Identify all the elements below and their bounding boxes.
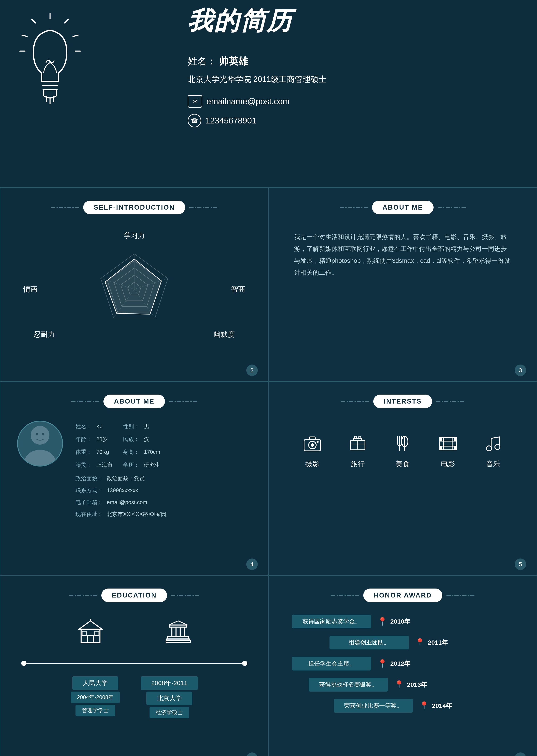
politics-row: 政治面貌： 政治面貌：党员: [75, 473, 166, 484]
svg-line-1: [65, 19, 68, 23]
section-header-edu: EDUCATION: [17, 589, 252, 602]
bulb-illustration: [17, 13, 83, 113]
info-table: 姓名： KJ 性别： 男 年龄： 28岁 民族： 汉: [75, 421, 166, 520]
slide-about-me-text: ABOUT ME 我是一个对生活和设计充满无限热情的人。喜欢书籍、电影、音乐、摄…: [268, 188, 537, 382]
slides-row-1: SELF-INTRODUCTION 学习力 智商 幽默度 忍耐力 情商: [0, 188, 537, 382]
svg-line-4: [22, 35, 27, 36]
section-title-badge-personal: ABOUT ME: [103, 395, 165, 408]
edu1-degree: 管理学学士: [75, 705, 115, 716]
pin-icon-5: 📍: [419, 701, 429, 710]
school2-icon: [166, 619, 190, 648]
award-row-5: 荣获创业比赛一等奖。 📍 2014年: [292, 699, 514, 713]
edu2-year: 2008年-2011: [141, 676, 198, 690]
svg-point-26: [36, 433, 38, 436]
hometown-row: 籍贯： 上海市: [75, 459, 119, 471]
phone-icon: ☎: [188, 114, 201, 127]
svg-rect-53: [87, 636, 94, 643]
edu2-name: 北京大学: [146, 692, 192, 705]
edu2-degree: 经济学硕士: [149, 707, 189, 718]
phone-field: ☎ 12345678901: [188, 114, 516, 127]
contact-row: 联系方式： 13998xxxxxx: [75, 484, 166, 496]
award-row-1: 获得国家励志奖学金。 📍 2010年: [292, 614, 514, 628]
edu1-name: 人民大学: [72, 676, 118, 690]
award-year-5: 📍 2014年: [419, 701, 452, 710]
award-year-1: 📍 2010年: [378, 617, 411, 626]
award-row-3: 担任学生会主席。 📍 2012年: [292, 657, 514, 670]
page-num-3: 3: [515, 364, 526, 376]
interests-container: 摄影 旅行: [286, 421, 520, 481]
svg-line-2: [73, 35, 78, 36]
photography-icon: [301, 433, 324, 454]
page-num-7: 7: [515, 752, 526, 756]
education-timeline: 人民大学 2004年-2008年 管理学学士 2008年-2011 北京大学 经…: [17, 614, 252, 722]
food-icon: [391, 433, 414, 454]
radar-chart: 学习力 智商 幽默度 忍耐力 情商: [17, 227, 252, 352]
personal-info-container: 姓名： KJ 性别： 男 年龄： 28岁 民族： 汉: [17, 421, 252, 520]
award-text-1: 获得国家励志奖学金。: [292, 614, 371, 628]
svg-rect-46: [454, 437, 456, 441]
page-num-2: 2: [246, 364, 258, 376]
pin-icon-2: 📍: [415, 638, 425, 647]
slide-cover: 我的简历 姓名： 帅英雄 北京大学光华学院 2011级工商管理硕士 ✉ emai…: [0, 0, 537, 188]
pin-icon-3: 📍: [378, 659, 387, 668]
slide-personal-info: ABOUT ME: [0, 382, 268, 576]
email-icon: ✉: [188, 95, 202, 107]
section-header-honor: HONOR AWARD: [286, 589, 520, 602]
movie-icon: [436, 433, 459, 454]
svg-point-24: [31, 426, 49, 444]
name-field: 姓名： 帅英雄: [188, 55, 516, 68]
section-title-badge-honor: HONOR AWARD: [363, 589, 442, 602]
section-header-about: ABOUT ME: [286, 201, 520, 214]
height-row: 身高： 170cm: [123, 446, 166, 458]
edu2-box: 2008年-2011 北京大学 经济学硕士: [141, 676, 198, 718]
svg-rect-45: [439, 437, 442, 441]
award-text-2: 组建创业团队。: [329, 636, 409, 650]
svg-point-49: [486, 446, 492, 451]
pin-icon-1: 📍: [378, 617, 387, 626]
nation-row: 民族： 汉: [123, 433, 166, 445]
interest-photography: 摄影: [301, 433, 324, 469]
photography-label: 摄影: [305, 459, 319, 469]
edu1-box: 人民大学 2004年-2008年 管理学学士: [71, 676, 120, 718]
honor-timeline: 获得国家励志奖学金。 📍 2010年 组建创业团队。 📍 2011年 担任学生会…: [286, 614, 520, 713]
interest-music: 音乐: [482, 433, 505, 469]
svg-marker-52: [79, 621, 102, 629]
section-title-badge-intro: SELF-INTRODUCTION: [83, 201, 185, 214]
interest-travel: 旅行: [346, 433, 369, 469]
weight-row: 体重： 70Kg: [75, 446, 119, 458]
svg-point-30: [311, 443, 314, 447]
interest-movie: 电影: [436, 433, 459, 469]
award-year-2: 📍 2011年: [415, 638, 448, 647]
section-header-personal: ABOUT ME: [17, 395, 252, 408]
email-row: 电子邮箱： email@post.com: [75, 496, 166, 508]
svg-point-50: [495, 444, 500, 449]
gender-row: 性别： 男: [123, 421, 166, 433]
section-header-intro: SELF-INTRODUCTION: [17, 201, 252, 214]
radar-label-top: 学习力: [124, 231, 145, 240]
svg-rect-47: [439, 446, 442, 450]
main-title: 我的简历: [188, 4, 516, 38]
degree-row: 学历： 研究生: [123, 459, 166, 471]
svg-marker-63: [169, 621, 187, 625]
slide-interests: INTERSTS 摄影: [268, 382, 537, 576]
svg-point-25: [24, 450, 56, 467]
section-title-badge-edu: EDUCATION: [102, 589, 167, 602]
section-title-badge-about: ABOUT ME: [372, 201, 434, 214]
music-icon: [482, 433, 505, 454]
avatar: [17, 421, 63, 467]
slides-row-2: ABOUT ME: [0, 382, 537, 576]
school1-icon: [78, 619, 103, 648]
radar-label-br: 幽默度: [214, 330, 235, 339]
age-row: 年龄： 28岁: [75, 433, 119, 445]
email-field: ✉ emailname@post.com: [188, 95, 516, 107]
award-row-2: 组建创业团队。 📍 2011年: [292, 636, 514, 650]
address-row: 现在住址： 北京市XX区XX路XX家园: [75, 508, 166, 520]
pin-icon-4: 📍: [394, 680, 404, 689]
school-field: 北京大学光华学院 2011级工商管理硕士: [188, 74, 516, 85]
svg-rect-54: [82, 631, 86, 636]
page-num-4: 4: [246, 559, 258, 570]
slide-honor: HONOR AWARD 获得国家励志奖学金。 📍 2010年 组建创业团队。 📍: [268, 576, 537, 756]
section-header-interests: INTERSTS: [286, 395, 520, 408]
award-year-4: 📍 2013年: [394, 680, 427, 689]
radar-label-bl: 忍耐力: [34, 330, 55, 339]
